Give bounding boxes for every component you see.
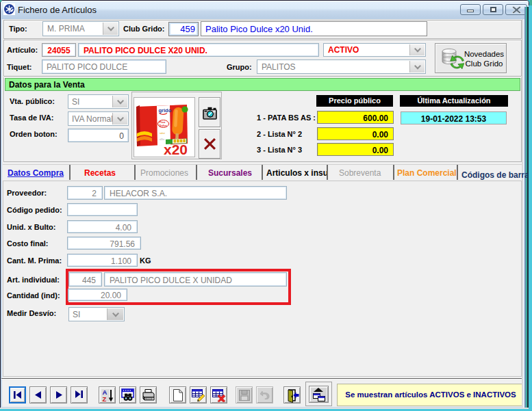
svg-text:grido: grido [159, 107, 172, 114]
svg-text:Dulce: Dulce [160, 124, 168, 127]
svg-text:x20: x20 [164, 142, 188, 157]
svg-text:Z: Z [103, 395, 107, 403]
svg-text:sabor: sabor [160, 132, 166, 135]
svg-text:x20u: x20u [160, 138, 164, 141]
